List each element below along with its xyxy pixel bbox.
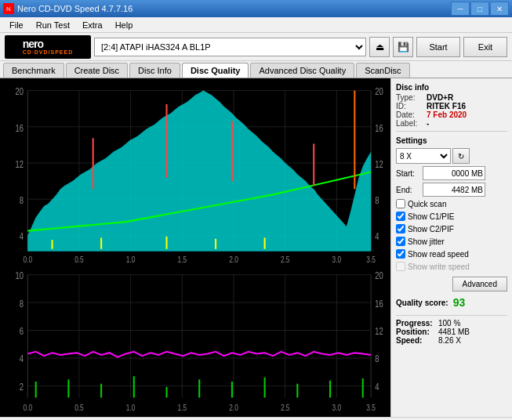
svg-text:4: 4 xyxy=(20,353,24,364)
svg-text:0.0: 0.0 xyxy=(23,403,32,412)
start-mb-label: Start: xyxy=(396,169,419,178)
svg-text:16: 16 xyxy=(16,122,24,133)
svg-text:4: 4 xyxy=(375,382,379,392)
svg-text:6: 6 xyxy=(20,326,24,336)
svg-text:20: 20 xyxy=(375,86,383,97)
progress-value: 100 % xyxy=(438,319,460,328)
svg-text:12: 12 xyxy=(16,158,24,169)
quick-scan-checkbox[interactable] xyxy=(396,199,405,208)
svg-text:1.5: 1.5 xyxy=(178,403,187,412)
show-write-speed-checkbox[interactable] xyxy=(396,262,405,271)
show-c2pif-label: Show C2/PIF xyxy=(408,225,454,234)
start-mb-input[interactable] xyxy=(423,166,485,180)
app-icon: N xyxy=(3,3,14,14)
end-mb-label: End: xyxy=(396,186,419,194)
eject-button[interactable]: ⏏ xyxy=(369,37,390,57)
menu-help[interactable]: Help xyxy=(109,19,140,31)
show-c2pif-checkbox[interactable] xyxy=(396,224,405,234)
svg-text:4: 4 xyxy=(375,231,379,242)
svg-text:3.5: 3.5 xyxy=(366,403,376,412)
show-read-speed-label: Show read speed xyxy=(408,250,469,259)
settings-title: Settings xyxy=(396,136,507,145)
end-mb-input[interactable] xyxy=(423,183,485,197)
label-label: Label: xyxy=(396,119,423,128)
tab-benchmark[interactable]: Benchmark xyxy=(3,63,64,78)
tab-disc-info[interactable]: Disc Info xyxy=(129,63,180,78)
quality-score-value: 93 xyxy=(453,296,466,309)
svg-text:2.5: 2.5 xyxy=(281,255,290,262)
svg-text:0.5: 0.5 xyxy=(74,255,84,262)
speed-value: 8.26 X xyxy=(438,336,461,345)
svg-text:12: 12 xyxy=(375,326,383,336)
svg-text:8: 8 xyxy=(20,298,24,308)
type-value: DVD+R xyxy=(427,93,453,102)
tab-disc-quality[interactable]: Disc Quality xyxy=(182,63,249,78)
svg-text:16: 16 xyxy=(375,298,383,308)
show-jitter-label: Show jitter xyxy=(408,237,445,246)
tab-scandisc[interactable]: ScanDisc xyxy=(356,63,409,78)
logo-sub: CD·DVD/SPEED xyxy=(23,49,74,55)
id-value: RITEK F16 xyxy=(427,102,466,110)
menu-extra[interactable]: Extra xyxy=(76,19,109,31)
show-jitter-checkbox[interactable] xyxy=(396,237,405,246)
minimize-button[interactable]: ─ xyxy=(451,2,470,16)
app-title: Nero CD-DVD Speed 4.7.7.16 xyxy=(17,4,133,13)
id-label: ID: xyxy=(396,102,423,110)
drive-select[interactable]: [2:4] ATAPI iHAS324 A BL1P xyxy=(94,38,366,56)
toolbar: nero CD·DVD/SPEED [2:4] ATAPI iHAS324 A … xyxy=(0,33,512,61)
disc-info-title: Disc info xyxy=(396,83,507,92)
quality-score-label: Quality score: xyxy=(396,299,448,307)
svg-text:8: 8 xyxy=(20,195,24,206)
svg-text:1.0: 1.0 xyxy=(126,403,136,412)
svg-text:2.0: 2.0 xyxy=(229,255,238,262)
menubar: File Run Test Extra Help xyxy=(0,17,512,33)
show-c1pie-label: Show C1/PIE xyxy=(408,212,454,221)
tab-advanced-disc-quality[interactable]: Advanced Disc Quality xyxy=(250,63,354,78)
quick-scan-label: Quick scan xyxy=(408,200,446,208)
svg-text:0.5: 0.5 xyxy=(74,403,84,412)
save-button[interactable]: 💾 xyxy=(393,37,413,57)
chart-bottom-svg: 10 8 6 4 2 20 16 12 8 4 0.0 0.5 1.0 1.5 … xyxy=(3,264,387,414)
svg-text:4: 4 xyxy=(20,231,24,242)
svg-text:20: 20 xyxy=(375,270,383,281)
svg-text:8: 8 xyxy=(375,353,379,364)
titlebar: N Nero CD-DVD Speed 4.7.7.16 ─ □ ✕ xyxy=(0,0,512,17)
date-value: 7 Feb 2020 xyxy=(427,110,467,119)
svg-text:0.0: 0.0 xyxy=(23,255,32,262)
start-button[interactable]: Start xyxy=(416,37,460,57)
date-label: Date: xyxy=(396,110,423,119)
speed-label: Speed: xyxy=(396,336,435,345)
legend-area: PI Errors Average: 3.69 Maximum: 19 Tota… xyxy=(0,417,512,420)
show-c1pie-checkbox[interactable] xyxy=(396,212,405,221)
svg-text:1.0: 1.0 xyxy=(126,255,136,262)
right-panel: Disc info Type: DVD+R ID: RITEK F16 Date… xyxy=(390,78,512,417)
speed-select[interactable]: 8 X xyxy=(396,148,451,164)
menu-file[interactable]: File xyxy=(3,19,30,31)
type-label: Type: xyxy=(396,93,423,102)
close-button[interactable]: ✕ xyxy=(490,2,509,16)
tab-create-disc[interactable]: Create Disc xyxy=(66,63,128,78)
logo-nero: nero xyxy=(23,38,74,49)
svg-text:3.0: 3.0 xyxy=(332,403,342,412)
show-read-speed-checkbox[interactable] xyxy=(396,249,405,259)
advanced-button[interactable]: Advanced xyxy=(452,277,507,291)
refresh-button[interactable]: ↻ xyxy=(452,148,470,164)
svg-text:2.0: 2.0 xyxy=(229,403,238,412)
progress-label: Progress: xyxy=(396,319,435,328)
svg-text:10: 10 xyxy=(16,270,24,281)
label-value: - xyxy=(427,119,429,128)
chart-area: 20 16 12 8 4 20 16 12 8 4 0.0 0.5 1.0 1.… xyxy=(0,78,390,417)
chart-top-svg: 20 16 12 8 4 20 16 12 8 4 0.0 0.5 1.0 1.… xyxy=(3,81,387,262)
svg-text:2.5: 2.5 xyxy=(281,403,290,412)
svg-text:8: 8 xyxy=(375,195,379,206)
svg-text:12: 12 xyxy=(375,158,383,169)
svg-text:3.5: 3.5 xyxy=(366,255,376,262)
show-write-speed-label: Show write speed xyxy=(408,262,470,271)
tab-bar: Benchmark Create Disc Disc Info Disc Qua… xyxy=(0,61,512,78)
maximize-button[interactable]: □ xyxy=(470,2,489,16)
menu-run-test[interactable]: Run Test xyxy=(30,19,76,31)
app-logo: nero CD·DVD/SPEED xyxy=(5,35,91,59)
svg-text:16: 16 xyxy=(375,122,383,133)
main-content: 20 16 12 8 4 20 16 12 8 4 0.0 0.5 1.0 1.… xyxy=(0,78,512,417)
exit-button[interactable]: Exit xyxy=(463,37,507,57)
